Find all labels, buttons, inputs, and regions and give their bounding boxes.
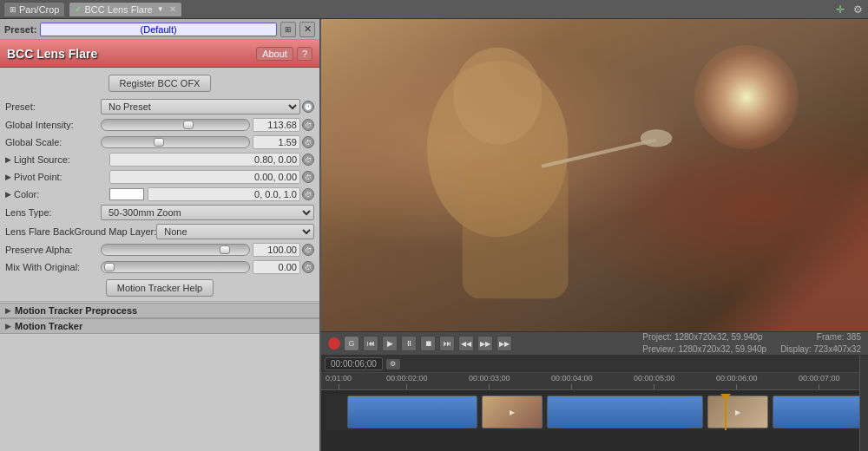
preserve-alpha-slider[interactable] [101, 244, 250, 256]
step-forward-button[interactable]: ⏭ [439, 336, 455, 351]
project-value: 1280x720x32, 59.940p [674, 332, 763, 342]
ruler-label-2: 00:00:03;00 [469, 374, 510, 382]
color-swatch[interactable] [109, 188, 144, 200]
ruler-label-6: 00:00:07;00 [799, 374, 840, 382]
preserve-alpha-label: Preserve Alpha: [5, 245, 101, 255]
pause-button[interactable]: ⏸ [401, 336, 417, 351]
motion-tracker-row[interactable]: ▶ Motion Tracker [0, 318, 319, 334]
mix-original-slider[interactable] [101, 261, 250, 273]
pivot-point-clock[interactable]: ⏱ [302, 171, 314, 183]
ruler-line-4 [654, 384, 654, 389]
param-row-mix-original: Mix With Original: 0.00 ⏱ [0, 258, 319, 276]
tab-pan-crop[interactable]: ⊞ Pan/Crop [3, 2, 65, 17]
timeline-playhead[interactable] [725, 394, 727, 430]
color-clock[interactable]: ⏱ [302, 188, 314, 200]
timeline-area: 00:00:06;00 ⚙ 0;01:00 00:00:02;00 00:00:… [321, 356, 868, 451]
preset-select[interactable]: No Preset [101, 99, 300, 114]
param-row-color: ▶ Color: 0, 0.0, 1.0 ⏱ [0, 186, 319, 203]
bcc-header-buttons: About ? [256, 47, 312, 61]
tab-pan-crop-label: Pan/Crop [19, 4, 59, 15]
tab-bcc-arrow: ▼ [157, 5, 164, 13]
frame-info: Frame: 385 Display: 723x407x32 [780, 331, 861, 356]
global-scale-value[interactable]: 1.59 [253, 135, 300, 149]
motion-tracker-preprocess-row[interactable]: ▶ Motion Tracker Preprocess [0, 303, 319, 318]
timecode-display: 00:00:06;00 [325, 357, 383, 370]
top-bar: ⊞ Pan/Crop ✔ BCC Lens Flare ▼ ✕ ✛ ⚙ [0, 0, 868, 19]
move-icon[interactable]: ✛ [833, 3, 847, 16]
preview-label: Preview: [642, 344, 675, 354]
timeline-clip-blue-1[interactable] [347, 395, 477, 428]
preset-dropdown[interactable]: (Default) [40, 23, 277, 36]
mix-original-clock[interactable]: ⏱ [302, 261, 314, 273]
ruler-label-4: 00:00:05;00 [634, 374, 675, 382]
param-row-lens-flare-bg: Lens Flare BackGround Map Layer: None [0, 222, 319, 241]
bcc-title: BCC Lens Flare [7, 47, 256, 61]
preset-bar-label: Preset: [4, 24, 36, 35]
timeline-clip-blue-3[interactable] [773, 395, 868, 428]
tracker-arrow-icon: ▶ [5, 322, 11, 330]
mix-original-label: Mix With Original: [5, 262, 101, 272]
display-value: 723x407x32 [814, 344, 862, 354]
fast-fwd-button[interactable]: ▶▶ [496, 336, 512, 351]
color-expand[interactable]: ▶ [5, 190, 11, 199]
light-source-value[interactable]: 0.80, 0.00 [109, 153, 300, 167]
play-button[interactable]: ▶ [382, 336, 398, 351]
svg-point-4 [641, 129, 673, 147]
global-intensity-clock[interactable]: ⏱ [302, 119, 314, 131]
tab-bcc-close[interactable]: ✕ [169, 4, 176, 14]
playhead-triangle [720, 394, 731, 401]
register-button[interactable]: Register BCC OFX [108, 75, 212, 92]
project-label: Project: [642, 332, 672, 342]
about-button[interactable]: About [256, 47, 293, 61]
timeline-clip-thumb-1[interactable]: ▶ [482, 395, 542, 428]
record-button[interactable] [328, 337, 340, 350]
global-scale-slider[interactable] [101, 136, 250, 148]
mix-original-value[interactable]: 0.00 [253, 260, 300, 274]
global-scale-clock[interactable]: ⏱ [302, 136, 314, 148]
preserve-alpha-clock[interactable]: ⏱ [302, 244, 314, 256]
param-row-global-intensity: Global Intensity: 113.68 ⏱ [0, 116, 319, 134]
help-button[interactable]: ? [297, 47, 312, 61]
global-intensity-value[interactable]: 113.68 [253, 118, 300, 132]
tab-bcc-lens-flare[interactable]: ✔ BCC Lens Flare ▼ ✕ [69, 2, 181, 17]
light-source-expand[interactable]: ▶ [5, 155, 11, 164]
light-source-clock[interactable]: ⏱ [302, 154, 314, 166]
pivot-point-value[interactable]: 0.00, 0.00 [109, 170, 300, 184]
stop-button[interactable]: ⏹ [420, 336, 436, 351]
main-layout: Preset: (Default) ⊞ ✕ BCC Lens Flare Abo… [0, 19, 868, 451]
lens-type-label: Lens Type: [5, 207, 101, 218]
preset-save-icon: ⊞ [285, 25, 292, 34]
rewind-to-start-button[interactable]: ⏮ [363, 336, 378, 351]
timeline-clip-thumb-2[interactable]: ▶ [707, 395, 768, 428]
svg-rect-2 [463, 158, 569, 299]
pivot-point-expand[interactable]: ▶ [5, 173, 11, 181]
motion-tracker-btn-row: Motion Tracker Help [0, 276, 319, 300]
settings-icon[interactable]: ⚙ [851, 3, 865, 16]
timeline-settings-icon[interactable]: ⚙ [386, 359, 400, 369]
color-value[interactable]: 0, 0.0, 1.0 [148, 187, 300, 201]
ruler-tick-4: 00:00:05;00 [634, 374, 675, 389]
global-intensity-slider[interactable] [101, 119, 250, 131]
motion-tracker-help-button[interactable]: Motion Tracker Help [106, 279, 214, 297]
timeline-clip-blue-2[interactable] [547, 395, 703, 428]
ruler-label-3: 00:00:04;00 [551, 374, 593, 382]
video-preview [321, 19, 868, 331]
preserve-alpha-value[interactable]: 100.00 [253, 243, 300, 257]
lens-flare-bg-select[interactable]: None [156, 224, 314, 239]
param-row-preserve-alpha: Preserve Alpha: 100.00 ⏱ [0, 241, 319, 258]
snap-button[interactable]: G [344, 336, 359, 351]
timecode-bar: 00:00:06;00 ⚙ [321, 356, 868, 373]
divider1 [0, 301, 319, 302]
prev-frame-button[interactable]: ◀◀ [458, 336, 474, 351]
param-row-preset: Preset: No Preset 🕐 [0, 97, 319, 116]
preset-save-btn[interactable]: ⊞ [280, 22, 296, 37]
preset-close-btn[interactable]: ✕ [299, 22, 315, 37]
preset-clock[interactable]: 🕐 [302, 101, 314, 113]
ruler-tick-3: 00:00:04;00 [551, 374, 593, 389]
next-frame-button[interactable]: ▶▶ [477, 336, 493, 351]
lens-type-select[interactable]: 50-300mm Zoom [101, 205, 314, 220]
lens-flare-bg-label: Lens Flare BackGround Map Layer: [5, 226, 156, 237]
timeline-scrollbar[interactable] [859, 356, 868, 451]
top-bar-icons: ✛ ⚙ [833, 3, 865, 16]
ruler-label-1: 00:00:02;00 [386, 374, 428, 382]
